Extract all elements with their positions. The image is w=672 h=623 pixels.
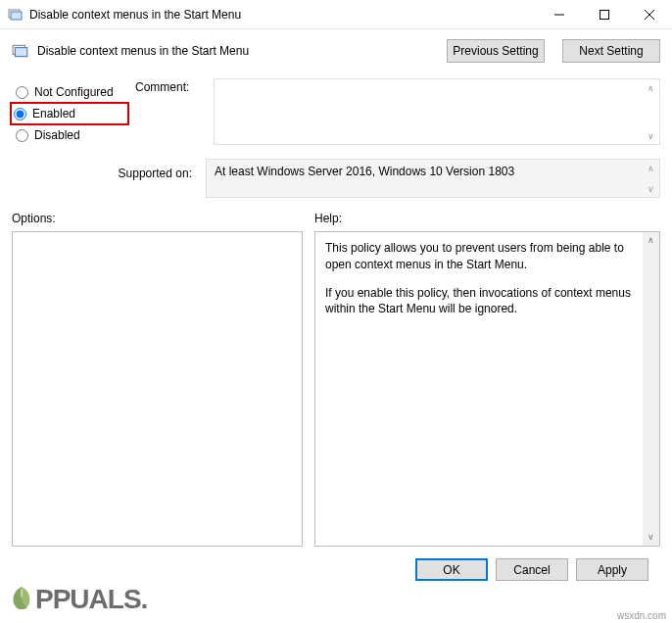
radio-disabled-label: Disabled bbox=[34, 128, 80, 142]
supported-row: Supported on: At least Windows Server 20… bbox=[12, 159, 660, 198]
comment-value bbox=[215, 79, 643, 144]
window-title: Disable context menus in the Start Menu bbox=[29, 8, 537, 22]
options-box[interactable] bbox=[12, 231, 303, 547]
dialog-footer: OK Cancel Apply bbox=[12, 547, 660, 581]
minimize-button[interactable] bbox=[537, 0, 582, 28]
radio-group: Not Configured Enabled Disabled bbox=[12, 78, 127, 147]
svg-rect-1 bbox=[11, 12, 22, 20]
supported-on-value: At least Windows Server 2016, Windows 10… bbox=[207, 160, 643, 197]
main-content: Not Configured Enabled Disabled Comment:… bbox=[0, 67, 672, 581]
apply-button[interactable]: Apply bbox=[576, 558, 648, 581]
svg-rect-3 bbox=[600, 10, 609, 19]
help-scrollbar[interactable]: ∧ ∨ bbox=[643, 232, 659, 546]
help-box: This policy allows you to prevent users … bbox=[314, 231, 660, 547]
svg-rect-7 bbox=[15, 48, 26, 57]
help-label: Help: bbox=[314, 212, 660, 225]
supported-on-label: Supported on: bbox=[12, 159, 198, 180]
panels-row: Options: Help: This policy allows you to… bbox=[12, 212, 660, 547]
help-column: Help: This policy allows you to prevent … bbox=[314, 212, 660, 547]
policy-title: Disable context menus in the Start Menu bbox=[37, 44, 429, 58]
watermark-text: PPUALS. bbox=[35, 584, 147, 615]
supported-scrollbar: ∧ ∨ bbox=[643, 160, 659, 197]
scroll-up-icon[interactable]: ∧ bbox=[643, 232, 659, 249]
comment-scrollbar[interactable]: ∧ ∨ bbox=[643, 79, 659, 144]
scroll-down-icon: ∨ bbox=[643, 180, 659, 197]
radio-not-configured-input[interactable] bbox=[16, 86, 28, 99]
radio-not-configured-label: Not Configured bbox=[34, 85, 114, 99]
source-attribution: wsxdn.com bbox=[617, 610, 666, 621]
radio-not-configured[interactable]: Not Configured bbox=[12, 80, 127, 104]
radio-enabled[interactable]: Enabled bbox=[12, 104, 127, 123]
policy-icon-large bbox=[12, 42, 29, 60]
settings-row: Not Configured Enabled Disabled Comment:… bbox=[12, 78, 660, 147]
comment-label: Comment: bbox=[135, 78, 206, 94]
watermark-logo: PPUALS. bbox=[6, 584, 147, 615]
help-text: This policy allows you to prevent users … bbox=[315, 232, 643, 546]
previous-setting-button[interactable]: Previous Setting bbox=[447, 39, 545, 63]
ok-button[interactable]: OK bbox=[415, 558, 488, 581]
policy-icon bbox=[8, 7, 24, 23]
supported-on-box: At least Windows Server 2016, Windows 10… bbox=[206, 159, 660, 198]
window-controls bbox=[537, 0, 672, 28]
titlebar: Disable context menus in the Start Menu bbox=[0, 0, 672, 29]
radio-enabled-label: Enabled bbox=[32, 107, 75, 120]
header-band: Disable context menus in the Start Menu … bbox=[0, 29, 672, 67]
cancel-button[interactable]: Cancel bbox=[496, 558, 568, 581]
radio-disabled[interactable]: Disabled bbox=[12, 123, 127, 147]
scroll-up-icon[interactable]: ∧ bbox=[643, 79, 659, 96]
radio-disabled-input[interactable] bbox=[16, 129, 28, 142]
next-setting-button[interactable]: Next Setting bbox=[562, 39, 660, 63]
scroll-down-icon[interactable]: ∨ bbox=[643, 529, 659, 546]
close-button[interactable] bbox=[627, 0, 672, 28]
radio-enabled-input[interactable] bbox=[14, 108, 26, 120]
scroll-down-icon[interactable]: ∨ bbox=[643, 127, 659, 144]
options-label: Options: bbox=[12, 212, 303, 225]
help-paragraph-2: If you enable this policy, then invocati… bbox=[325, 285, 633, 318]
watermark-leaf-icon bbox=[6, 584, 37, 615]
maximize-button[interactable] bbox=[582, 0, 627, 28]
comment-textarea[interactable]: ∧ ∨ bbox=[214, 78, 660, 145]
scroll-up-icon: ∧ bbox=[643, 160, 659, 176]
help-paragraph-1: This policy allows you to prevent users … bbox=[325, 240, 633, 273]
options-column: Options: bbox=[12, 212, 303, 547]
